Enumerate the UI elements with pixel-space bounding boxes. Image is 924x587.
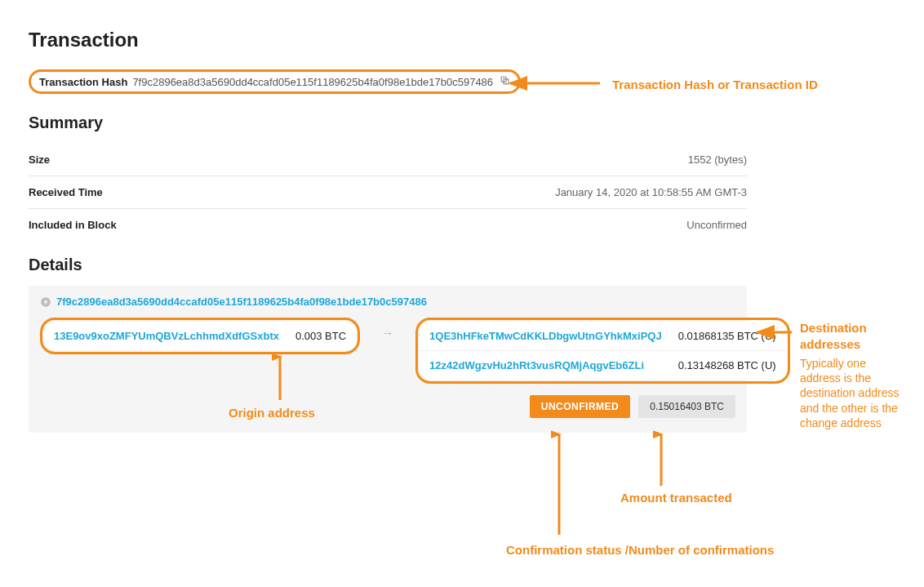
output-amount: 0.13148268 BTC (U) [678,359,776,371]
arrow-icon [653,425,669,490]
summary-key: Received Time [29,186,103,198]
input-group: 13E9ov9xoZMFYUmQBVzLchhmdXdfGSxbtx 0.003… [40,318,360,354]
expand-icon[interactable] [40,296,51,308]
summary-key: Included in Block [29,219,117,231]
output-row: 12z42dWgzvHu2hRt3vusRQMjAqgvEb6ZLi 0.131… [420,350,786,380]
anno-dest-sub: Typically one address is the destination… [800,356,906,430]
io-row: 13E9ov9xoZMFYUmQBVzLchhmdXdfGSxbtx 0.003… [40,318,735,384]
summary-table: Size 1552 (bytes) Received Time January … [29,144,747,241]
details-heading: Details [29,256,747,274]
summary-row-block: Included in Block Unconfirmed [29,209,747,241]
details-hash[interactable]: 7f9c2896ea8d3a5690dd4ccafd05e115f1189625… [56,296,427,308]
total-amount-badge: 0.15016403 BTC [638,395,735,418]
summary-row-size: Size 1552 (bytes) [29,144,747,176]
tx-hash-value: 7f9c2896ea8d3a5690dd4ccafd05e115f1189625… [132,76,493,88]
summary-value: January 14, 2020 at 10:58:55 AM GMT-3 [555,186,747,198]
input-address[interactable]: 13E9ov9xoZMFYUmQBVzLchhmdXdfGSxbtx [54,330,279,342]
anno-origin: Origin address [229,405,315,421]
output-address[interactable]: 1QE3hHFkeTMwCdKKLDbgwUtnGYhkMxiPQJ [429,330,662,342]
summary-key: Size [29,153,50,166]
copy-icon[interactable] [500,75,510,88]
confirmation-badge: UNCONFIRMED [530,395,631,418]
anno-amount: Amount transacted [620,490,732,506]
anno-tx-hash: Transaction Hash or Transaction ID [612,77,818,93]
arrow-icon [551,425,567,539]
summary-row-received: Received Time January 14, 2020 at 10:58:… [29,176,747,209]
page-title: Transaction [29,29,747,51]
output-address[interactable]: 12z42dWgzvHu2hRt3vusRQMjAqgvEb6ZLi [429,359,644,371]
output-row: 1QE3hHFkeTMwCdKKLDbgwUtnGYhkMxiPQJ 0.018… [420,322,786,350]
details-box: 7f9c2896ea8d3a5690dd4ccafd05e115f1189625… [29,286,747,433]
summary-heading: Summary [29,113,747,132]
transaction-hash-row: Transaction Hash 7f9c2896ea8d3a5690dd4cc… [29,69,521,94]
arrow-right-icon: → [371,318,404,340]
anno-dest-title: Destination addresses [800,320,906,352]
input-amount: 0.003 BTC [295,330,346,342]
output-group: 1QE3hHFkeTMwCdKKLDbgwUtnGYhkMxiPQJ 0.018… [415,318,790,384]
anno-confirm: Confirmation status /Number of confirmat… [506,542,774,558]
summary-value: 1552 (bytes) [688,153,747,166]
status-row: UNCONFIRMED 0.15016403 BTC [40,395,735,418]
input-row: 13E9ov9xoZMFYUmQBVzLchhmdXdfGSxbtx 0.003… [44,322,356,350]
summary-value: Unconfirmed [686,219,747,231]
output-amount: 0.01868135 BTC (U) [678,330,776,342]
details-hash-row: 7f9c2896ea8d3a5690dd4ccafd05e115f1189625… [40,296,735,308]
tx-hash-label: Transaction Hash [39,76,127,88]
